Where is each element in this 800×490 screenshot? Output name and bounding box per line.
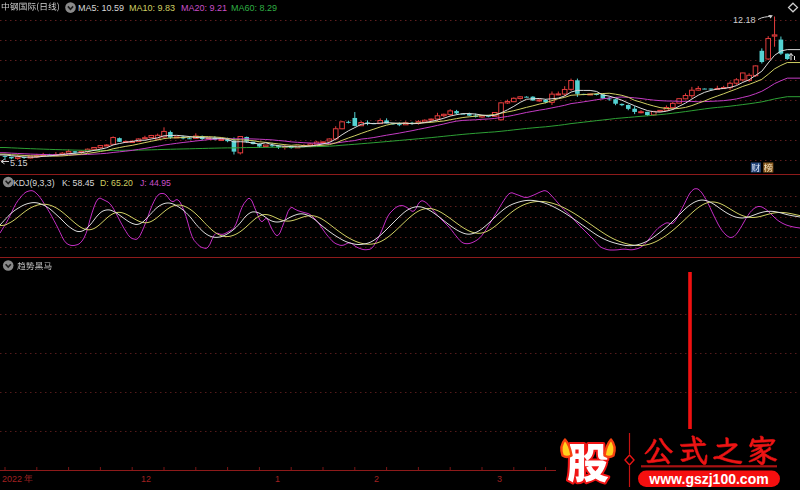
- svg-text:1: 1: [275, 474, 280, 484]
- svg-text:www.gszj100.com: www.gszj100.com: [648, 471, 768, 487]
- svg-text:3: 3: [497, 474, 502, 484]
- svg-text:MA20: 9.21: MA20: 9.21: [181, 3, 227, 13]
- svg-text:MA5: 10.59: MA5: 10.59: [78, 3, 124, 13]
- svg-text:12: 12: [141, 474, 151, 484]
- svg-text:KDJ(9,3,3): KDJ(9,3,3): [13, 178, 55, 188]
- svg-text:MA10: 9.83: MA10: 9.83: [129, 3, 175, 13]
- svg-text:K: 58.45: K: 58.45: [62, 178, 95, 188]
- svg-text:2022: 2022: [2, 474, 22, 484]
- svg-text:MA60: 8.29: MA60: 8.29: [231, 3, 277, 13]
- svg-text:2: 2: [374, 474, 379, 484]
- svg-text:5.15: 5.15: [10, 158, 28, 168]
- svg-text:J: 44.95: J: 44.95: [140, 178, 171, 188]
- svg-text:D: 65.20: D: 65.20: [100, 178, 133, 188]
- svg-text:12.18: 12.18: [733, 15, 756, 25]
